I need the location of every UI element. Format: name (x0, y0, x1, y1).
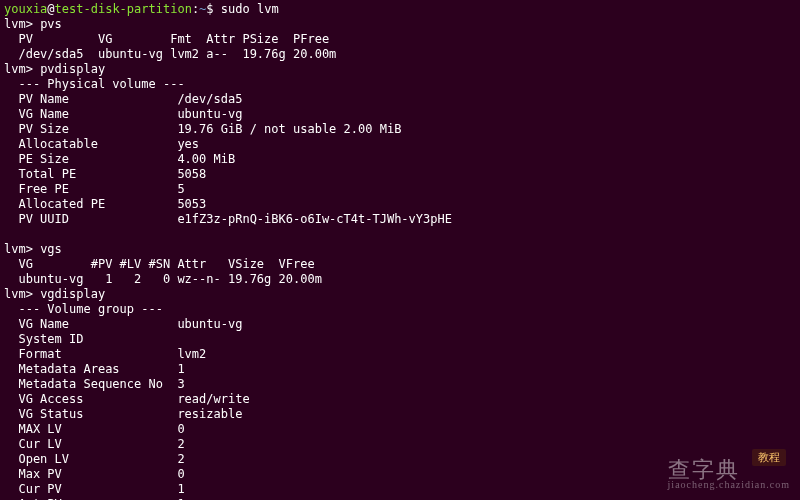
pvdisplay-pe-size: PE Size 4.00 MiB (4, 152, 796, 167)
pvs-header: PV VG Fmt Attr PSize PFree (4, 32, 796, 47)
lvm-prompt-pvdisplay: lvm> pvdisplay (4, 62, 796, 77)
lvm-prompt-pvs: lvm> pvs (4, 17, 796, 32)
vgdisplay-format: Format lvm2 (4, 347, 796, 362)
shell-user: youxia (4, 2, 47, 16)
vgdisplay-vg-name: VG Name ubuntu-vg (4, 317, 796, 332)
vgdisplay-vg-status: VG Status resizable (4, 407, 796, 422)
cmd-pvdisplay[interactable]: pvdisplay (40, 62, 105, 76)
cmd-vgdisplay[interactable]: vgdisplay (40, 287, 105, 301)
pvdisplay-pv-name: PV Name /dev/sda5 (4, 92, 796, 107)
lvm-prompt-vgs: lvm> vgs (4, 242, 796, 257)
shell-command[interactable]: sudo lvm (221, 2, 279, 16)
vgdisplay-cur-lv: Cur LV 2 (4, 437, 796, 452)
pvdisplay-free-pe: Free PE 5 (4, 182, 796, 197)
blank-1 (4, 227, 796, 242)
pvdisplay-allocatable: Allocatable yes (4, 137, 796, 152)
cmd-pvs[interactable]: pvs (40, 17, 62, 31)
vgdisplay-system-id: System ID (4, 332, 796, 347)
pvs-row: /dev/sda5 ubuntu-vg lvm2 a-- 19.76g 20.0… (4, 47, 796, 62)
vgdisplay-md-areas: Metadata Areas 1 (4, 362, 796, 377)
vgdisplay-vg-access: VG Access read/write (4, 392, 796, 407)
vgdisplay-max-lv: MAX LV 0 (4, 422, 796, 437)
shell-prompt-line: youxia@test-disk-partition:~$ sudo lvm (4, 2, 796, 17)
vgs-header: VG #PV #LV #SN Attr VSize VFree (4, 257, 796, 272)
pvdisplay-total-pe: Total PE 5058 (4, 167, 796, 182)
vgdisplay-cur-pv: Cur PV 1 (4, 482, 796, 497)
pvdisplay-alloc-pe: Allocated PE 5053 (4, 197, 796, 212)
vgs-row: ubuntu-vg 1 2 0 wz--n- 19.76g 20.00m (4, 272, 796, 287)
lvm-prompt-vgdisplay: lvm> vgdisplay (4, 287, 796, 302)
vgdisplay-title: --- Volume group --- (4, 302, 796, 317)
pvdisplay-title: --- Physical volume --- (4, 77, 796, 92)
shell-host: test-disk-partition (55, 2, 192, 16)
vgdisplay-md-seq: Metadata Sequence No 3 (4, 377, 796, 392)
pvdisplay-pv-size: PV Size 19.76 GiB / not usable 2.00 MiB (4, 122, 796, 137)
vgdisplay-open-lv: Open LV 2 (4, 452, 796, 467)
cmd-vgs[interactable]: vgs (40, 242, 62, 256)
pvdisplay-pv-uuid: PV UUID e1fZ3z-pRnQ-iBK6-o6Iw-cT4t-TJWh-… (4, 212, 796, 227)
shell-symbol: $ (206, 2, 213, 16)
vgdisplay-max-pv: Max PV 0 (4, 467, 796, 482)
pvdisplay-vg-name: VG Name ubuntu-vg (4, 107, 796, 122)
